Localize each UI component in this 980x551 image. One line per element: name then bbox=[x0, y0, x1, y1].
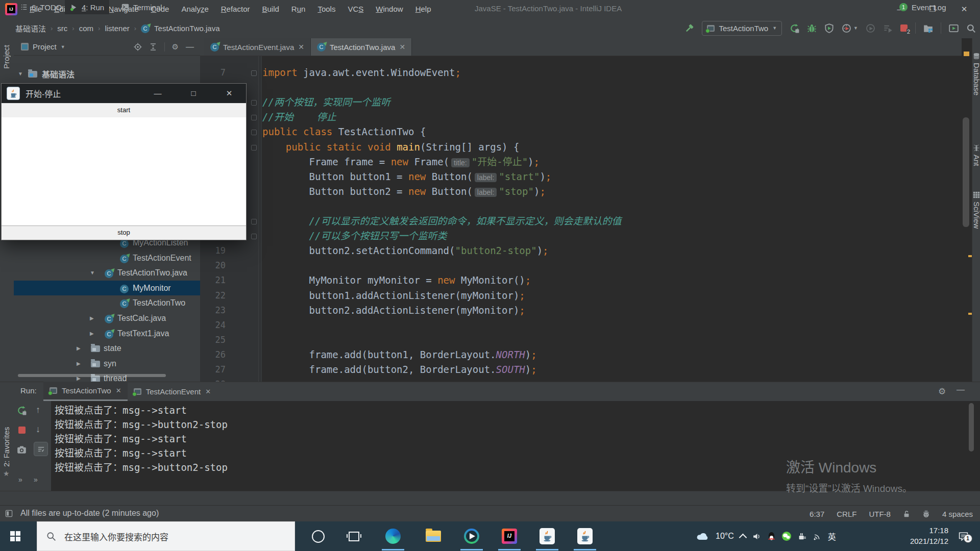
menu-build[interactable]: Build bbox=[257, 3, 284, 15]
project-structure-icon[interactable] bbox=[923, 23, 933, 33]
fold-marker[interactable] bbox=[251, 130, 257, 135]
java-app-taskbar-icon[interactable] bbox=[573, 521, 597, 551]
locate-file-icon[interactable] bbox=[134, 43, 142, 51]
tree-item-testcalc-java[interactable]: ▶CTestCalc.java bbox=[14, 311, 200, 325]
menu-run[interactable]: Run bbox=[286, 3, 311, 15]
edge-browser-icon[interactable] bbox=[381, 521, 405, 551]
task-view-icon[interactable] bbox=[342, 521, 365, 551]
breadcrumb-item[interactable]: com bbox=[79, 24, 93, 33]
tree-item-testactionevent[interactable]: CTestActionEvent bbox=[14, 251, 200, 265]
line-ending-indicator[interactable]: CRLF bbox=[837, 510, 856, 518]
start-button-icon[interactable] bbox=[10, 531, 20, 541]
close-tab-icon[interactable]: ✕ bbox=[205, 388, 211, 395]
run-settings-gear-icon[interactable]: ⚙ bbox=[938, 386, 946, 397]
fold-marker[interactable] bbox=[251, 219, 257, 224]
tree-item-testactiontwo-java[interactable]: ▼CTestActionTwo.java bbox=[14, 265, 200, 280]
action-center-icon[interactable]: 1 bbox=[950, 521, 976, 551]
hide-panel-icon[interactable]: — bbox=[186, 42, 194, 52]
fold-marker[interactable] bbox=[251, 234, 257, 239]
tool-window-button-ant[interactable]: Ant bbox=[972, 155, 980, 166]
tree-item-testactiontwo[interactable]: CTestActionTwo bbox=[14, 295, 200, 310]
gear-icon[interactable]: ⚙ bbox=[172, 42, 179, 52]
tray-expand-chevron[interactable] bbox=[739, 533, 747, 541]
java-app-taskbar-icon[interactable] bbox=[535, 521, 559, 551]
fold-marker[interactable] bbox=[251, 145, 257, 151]
console-scrollbar[interactable] bbox=[969, 403, 974, 452]
chevron-down-icon[interactable]: ▼ bbox=[61, 44, 65, 49]
indent-indicator[interactable]: 4 spaces bbox=[942, 510, 973, 518]
intellij-taskbar-icon[interactable]: IJ bbox=[498, 521, 521, 551]
fold-marker[interactable] bbox=[251, 100, 257, 106]
down-stack-icon[interactable]: ↓ bbox=[36, 424, 40, 435]
menu-window[interactable]: Window bbox=[371, 3, 408, 15]
run-anything-icon[interactable] bbox=[949, 23, 959, 33]
run-tab-testactiontwo[interactable]: TestActionTwo ✕ bbox=[43, 382, 128, 401]
more-actions-chevron[interactable]: » bbox=[34, 475, 37, 484]
debug-button[interactable] bbox=[807, 23, 817, 33]
fold-marker[interactable] bbox=[251, 70, 257, 76]
tool-window-button-terminal[interactable]: Terminal bbox=[116, 0, 167, 14]
close-tab-icon[interactable]: ✕ bbox=[116, 387, 121, 394]
tree-expand-arrow[interactable]: ▶ bbox=[77, 361, 81, 366]
build-hammer-icon[interactable] bbox=[684, 23, 694, 33]
fold-marker[interactable] bbox=[251, 115, 257, 120]
hector-inspections-icon[interactable] bbox=[922, 510, 930, 518]
file-explorer-icon[interactable] bbox=[422, 521, 445, 551]
start-button[interactable]: start bbox=[2, 103, 246, 118]
event-log-button[interactable]: 1 Event Log bbox=[894, 0, 951, 14]
tree-expand-arrow[interactable]: ▶ bbox=[90, 331, 94, 336]
tree-expand-arrow[interactable]: ▶ bbox=[90, 315, 94, 321]
tree-expand-arrow[interactable]: ▼ bbox=[18, 71, 23, 77]
menu-help[interactable]: Help bbox=[410, 3, 436, 15]
tool-window-button-sciview[interactable]: SciView bbox=[972, 202, 980, 229]
tool-window-button-todo[interactable]: 6: TODO bbox=[15, 0, 67, 14]
tree-expand-arrow[interactable]: ▶ bbox=[77, 345, 81, 351]
up-stack-icon[interactable]: ↑ bbox=[36, 405, 40, 415]
run-tab-testactionevent[interactable]: TestActionEvent ✕ bbox=[128, 382, 217, 401]
stop-button[interactable]: stop bbox=[2, 226, 246, 240]
awt-close-button[interactable]: ✕ bbox=[218, 84, 240, 103]
stop-button[interactable]: 2 bbox=[900, 24, 908, 32]
attach-profiler-icon[interactable] bbox=[866, 23, 875, 33]
taskbar-search-box[interactable]: 在这里输入你要搜索的内容 bbox=[37, 521, 295, 551]
collapse-all-icon[interactable] bbox=[149, 43, 157, 51]
cortana-icon[interactable] bbox=[306, 521, 330, 551]
tool-window-button-run[interactable]: 4: Run bbox=[65, 0, 109, 14]
thread-dump-icon[interactable] bbox=[17, 445, 27, 455]
tool-window-button-project[interactable]: Project bbox=[2, 45, 11, 69]
video-player-icon[interactable] bbox=[460, 521, 483, 551]
network-signal-icon[interactable] bbox=[813, 532, 822, 541]
taskbar-clock[interactable]: 17:18 2021/12/12 bbox=[892, 525, 948, 546]
tree-item-testtext1-java[interactable]: ▶CTestText1.java bbox=[14, 326, 200, 341]
horizontal-scrollbar[interactable] bbox=[18, 374, 166, 377]
project-panel-title[interactable]: Project bbox=[33, 42, 57, 51]
awt-maximize-button[interactable]: □ bbox=[183, 84, 204, 103]
stop-console-button[interactable] bbox=[18, 427, 26, 434]
rerun-console-button[interactable] bbox=[17, 406, 27, 415]
tree-collapse-arrow[interactable]: ▼ bbox=[90, 270, 95, 276]
tree-item-state[interactable]: ▶state bbox=[14, 341, 200, 356]
profiler-button[interactable]: ▼ bbox=[842, 23, 858, 33]
close-tab-icon[interactable]: ✕ bbox=[298, 43, 304, 51]
tree-item-syn[interactable]: ▶syn bbox=[14, 356, 200, 371]
breadcrumb-item[interactable]: 基础语法 bbox=[15, 23, 46, 34]
temperature-label[interactable]: 10°C bbox=[716, 532, 734, 541]
editor-scrollbar[interactable] bbox=[963, 117, 969, 227]
menu-vcs[interactable]: VCS bbox=[342, 3, 369, 15]
more-actions-chevron[interactable]: » bbox=[18, 475, 21, 484]
tree-root-row[interactable]: ▼ 基础语法 bbox=[14, 66, 200, 81]
input-language-indicator[interactable]: 英 bbox=[828, 530, 836, 542]
volume-icon[interactable] bbox=[752, 532, 762, 541]
rerun-button[interactable] bbox=[790, 23, 799, 33]
awt-title-bar[interactable]: 开始-停止 — □ ✕ bbox=[2, 84, 246, 103]
hide-run-panel-icon[interactable]: — bbox=[957, 385, 965, 394]
wechat-tray-icon[interactable] bbox=[781, 531, 792, 541]
menu-analyze[interactable]: Analyze bbox=[176, 3, 213, 15]
breadcrumb-item[interactable]: src bbox=[57, 24, 67, 33]
breadcrumb-item[interactable]: listener bbox=[105, 24, 129, 33]
run-configuration-select[interactable]: TestActionTwo ▼ bbox=[702, 21, 782, 36]
hardware-tray-icon[interactable] bbox=[798, 532, 807, 541]
menu-tools[interactable]: Tools bbox=[312, 3, 340, 15]
caret-position[interactable]: 6:37 bbox=[810, 510, 824, 518]
awt-minimize-button[interactable]: — bbox=[147, 84, 168, 103]
